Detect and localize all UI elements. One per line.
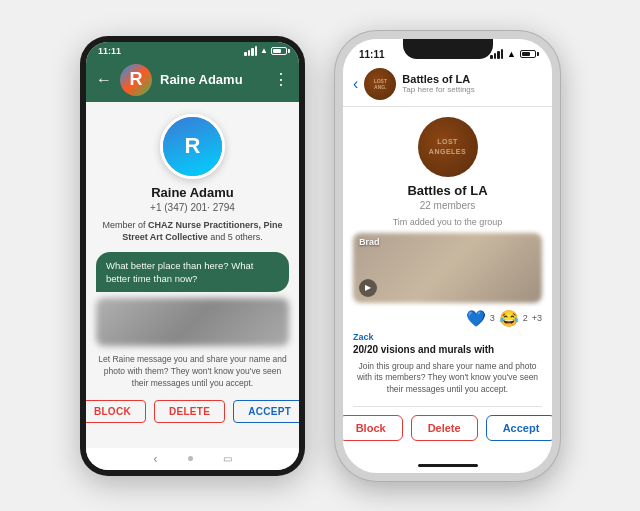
zack-text: 20/20 visions and murals with <box>353 344 542 355</box>
iphone-group-members: 22 members <box>420 200 476 211</box>
profile-avatar: R <box>160 114 225 179</box>
iphone-group-avatar-large: LOSTANGELES <box>418 117 478 177</box>
android-time: 11:11 <box>98 46 121 56</box>
iphone-phone: 11:11 ▲ ‹ LOST <box>335 31 560 481</box>
iphone-signal-icon <box>490 49 503 59</box>
iphone-status-icons: ▲ <box>490 49 536 59</box>
android-status-icons: ▲ <box>244 46 287 56</box>
back-arrow-icon[interactable]: ← <box>96 71 112 89</box>
plus-count: +3 <box>532 313 542 323</box>
iphone-group-avatar-small: LOSTANG. <box>364 68 396 100</box>
iphone-accept-button[interactable]: Accept <box>486 415 552 441</box>
laugh-emoji: 😂 <box>499 309 519 328</box>
chat-bubble: What better place than here? What better… <box>96 252 289 293</box>
iphone-group-name-large: Battles of LA <box>407 183 487 198</box>
iphone-tap-settings: Tap here for settings <box>402 85 542 94</box>
iphone-group-image-container: Brad ▶ <box>353 233 542 303</box>
accept-text: Let Raine message you and share your nam… <box>96 354 289 390</box>
play-icon[interactable]: ▶ <box>359 279 377 297</box>
iphone-added-text: Tim added you to the group <box>393 217 503 227</box>
back-nav-icon[interactable]: ‹ <box>154 452 158 466</box>
iphone-block-button[interactable]: Block <box>343 415 403 441</box>
home-bar <box>418 464 478 467</box>
android-avatar: R <box>120 64 152 96</box>
wifi-icon: ▲ <box>260 46 268 55</box>
profile-name: Raine Adamu <box>151 185 234 200</box>
delete-button[interactable]: DELETE <box>154 400 225 423</box>
blurred-image <box>96 298 289 346</box>
iphone-group-name: Battles of LA <box>402 73 542 85</box>
laugh-count: 2 <box>523 313 528 323</box>
recents-nav-icon[interactable]: ▭ <box>223 453 232 464</box>
iphone-action-buttons: Block Delete Accept <box>353 406 542 441</box>
join-text: Join this group and share your name and … <box>353 361 542 397</box>
iphone-time: 11:11 <box>359 49 385 60</box>
iphone-image-label: Brad <box>359 237 380 247</box>
iphone-home-indicator <box>343 459 552 473</box>
signal-icon <box>244 46 257 56</box>
iphone-group-image <box>353 233 542 303</box>
accept-button[interactable]: ACCEPT <box>233 400 299 423</box>
iphone-header: ‹ LOSTANG. Battles of LA Tap here for se… <box>343 64 552 107</box>
android-status-bar: 11:11 ▲ <box>86 42 299 58</box>
android-nav-bar: ‹ ▭ <box>86 448 299 470</box>
android-header: ← R Raine Adamu ⋮ <box>86 58 299 102</box>
android-body: R Raine Adamu +1 (347) 201· 2794 Member … <box>86 102 299 448</box>
scene: 11:11 ▲ ← R <box>60 11 580 501</box>
iphone-battery-icon <box>520 50 536 58</box>
iphone-body: LOSTANGELES Battles of LA 22 members Tim… <box>343 107 552 459</box>
iphone-wifi-icon: ▲ <box>507 49 516 59</box>
iphone-back-arrow-icon[interactable]: ‹ <box>353 75 358 93</box>
profile-phone: +1 (347) 201· 2794 <box>150 202 235 213</box>
heart-count: 3 <box>490 313 495 323</box>
battery-icon <box>271 47 287 55</box>
zack-message-block: Zack 20/20 visions and murals with <box>353 332 542 355</box>
home-nav-dot[interactable] <box>188 456 193 461</box>
block-button[interactable]: BLOCK <box>86 400 146 423</box>
profile-desc: Member of CHAZ Nurse Practitioners, Pine… <box>96 219 289 244</box>
heart-emoji: 💙 <box>466 309 486 328</box>
emoji-reactions: 💙 3 😂 2 +3 <box>466 309 542 328</box>
zack-name: Zack <box>353 332 542 342</box>
android-header-name: Raine Adamu <box>160 72 265 87</box>
iphone-delete-button[interactable]: Delete <box>411 415 478 441</box>
more-options-icon[interactable]: ⋮ <box>273 70 289 89</box>
iphone-header-info[interactable]: Battles of LA Tap here for settings <box>402 73 542 94</box>
android-phone: 11:11 ▲ ← R <box>80 36 305 476</box>
action-buttons: BLOCK DELETE ACCEPT <box>96 400 289 423</box>
